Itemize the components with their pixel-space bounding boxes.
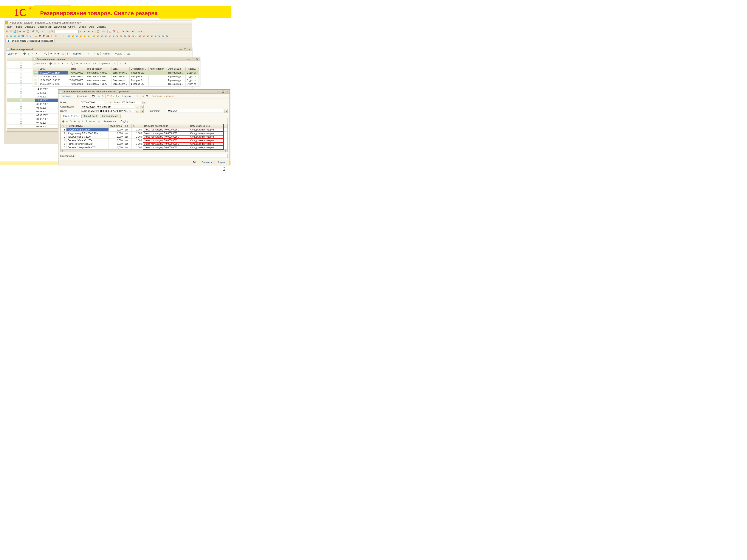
close-icon[interactable]: ✕ bbox=[225, 90, 229, 93]
doc-operation-menu[interactable]: Операция bbox=[59, 94, 74, 98]
order-open-icon[interactable]: 🔍 bbox=[140, 109, 144, 113]
add-copy-icon[interactable]: ⊕ bbox=[27, 52, 30, 55]
column-header[interactable]: Подразд bbox=[185, 67, 199, 71]
column-header[interactable]: Новое размещение bbox=[189, 124, 224, 128]
filter-icon-2[interactable]: ⚗ bbox=[53, 52, 57, 55]
save-button[interactable]: Записать bbox=[200, 161, 213, 164]
column-header[interactable]: Организация bbox=[167, 67, 186, 71]
preview-icon[interactable]: 🔍 bbox=[36, 30, 39, 33]
close-icon[interactable]: ✕ bbox=[196, 58, 199, 61]
row-copy-icon[interactable]: ⊕ bbox=[66, 119, 69, 123]
t2-icon-34[interactable]: ▣ bbox=[142, 34, 145, 38]
column-header[interactable]: Комментарий bbox=[149, 67, 167, 71]
help-icon[interactable]: ? bbox=[92, 52, 96, 55]
org-open-icon[interactable]: 🔍 bbox=[140, 105, 144, 108]
reserve-goto-menu[interactable]: Перейти bbox=[98, 62, 111, 65]
help-icon[interactable]: ? bbox=[136, 95, 139, 98]
tab-goods[interactable]: Товары (6 поз.) bbox=[60, 114, 81, 118]
print-icon[interactable]: 🖶 bbox=[32, 30, 35, 33]
filter-icon-1[interactable]: ⚗ bbox=[50, 52, 53, 55]
info-icon[interactable]: ⓘ bbox=[102, 30, 105, 33]
sort-desc-icon[interactable]: A↑ bbox=[93, 119, 96, 123]
expand-icon[interactable]: ↔ bbox=[66, 62, 70, 65]
clipboard-icon[interactable]: 📋 bbox=[96, 30, 100, 33]
workplace-button[interactable]: 👤 Рабочее место менеджера по продажам bbox=[5, 39, 54, 43]
menu-service[interactable]: Сервис bbox=[77, 25, 87, 29]
maximize-icon[interactable]: ☐ bbox=[183, 48, 187, 51]
table-row[interactable]: 15.03.2007 12:00:00ТК000000003по складам… bbox=[33, 75, 199, 78]
cut-icon[interactable]: ✂ bbox=[19, 30, 22, 33]
contragent-field[interactable] bbox=[167, 109, 223, 113]
add-copy-icon[interactable]: ⊕ bbox=[53, 62, 56, 65]
memory-mplus[interactable]: M+ bbox=[126, 30, 130, 33]
help-icon[interactable]: ? bbox=[119, 62, 122, 65]
refresh-icon[interactable]: ↻ bbox=[87, 52, 90, 55]
org-select-icon[interactable]: … bbox=[135, 105, 139, 108]
print-icon-2[interactable]: 🖶 bbox=[96, 52, 100, 55]
ok-button[interactable]: OK bbox=[191, 161, 198, 164]
print-icon-2[interactable]: 🖶 bbox=[124, 62, 127, 65]
minimize-icon[interactable]: — bbox=[179, 48, 183, 51]
t2-icon-13[interactable]: ◫ bbox=[54, 34, 57, 38]
menu-windows[interactable]: Окна bbox=[88, 25, 95, 29]
analysis-button[interactable]: Анализ bbox=[102, 52, 112, 56]
redo-icon[interactable]: ↷ bbox=[45, 30, 48, 33]
t2-icon-22[interactable]: ▣ bbox=[92, 34, 96, 38]
ed-button[interactable]: ЭД bbox=[126, 52, 133, 56]
doc-goto-menu[interactable]: Перейти bbox=[121, 94, 134, 98]
tab-tare[interactable]: Тара (0 поз.) bbox=[81, 114, 99, 118]
menu-edit[interactable]: Правка bbox=[14, 25, 24, 29]
reserve-grid[interactable]: Дата ▔НомерВид операцииЗаказОтветственн.… bbox=[33, 67, 199, 86]
row-add-icon[interactable]: ➕ bbox=[61, 119, 65, 123]
t2-icon-39[interactable]: ▣ bbox=[161, 34, 165, 38]
date-field[interactable] bbox=[113, 101, 141, 104]
close-button[interactable]: Закрыть bbox=[216, 161, 228, 164]
column-header[interactable]: Ответственн... bbox=[130, 67, 149, 71]
table-row[interactable]: 4Пылесос "Омега" 1250вт1,000шт1,000Заказ… bbox=[61, 139, 228, 142]
refresh-icon[interactable]: ↻ bbox=[113, 62, 117, 65]
t2-icon-8[interactable]: ◆ bbox=[34, 34, 37, 38]
contragent-open-icon[interactable]: 🔍 bbox=[224, 109, 228, 113]
t2-icon-40[interactable]: ▣ bbox=[165, 34, 169, 38]
tab-additional[interactable]: Дополнительно bbox=[100, 114, 121, 118]
fill-post-button[interactable]: Заполнить и провести bbox=[151, 94, 176, 98]
tool-icon[interactable]: ⚙ bbox=[137, 30, 140, 33]
t2-icon-7[interactable]: ▾ bbox=[29, 34, 32, 38]
calc-icon[interactable]: 📊 bbox=[108, 30, 112, 33]
struct-icon-1[interactable]: ≡ bbox=[141, 95, 145, 98]
t2-icon-32[interactable]: ▣ bbox=[131, 34, 135, 38]
order-field[interactable] bbox=[80, 109, 134, 113]
orders-goto-menu[interactable]: Перейти bbox=[72, 52, 85, 56]
scroll-right-icon[interactable]: ► bbox=[225, 150, 227, 152]
filter-icon-1[interactable]: ⚗ bbox=[76, 62, 79, 65]
maximize-icon[interactable]: ☐ bbox=[221, 90, 225, 93]
doc-tool-icon-2[interactable]: ◫ bbox=[110, 95, 114, 98]
date-picker-icon[interactable]: ▤ bbox=[143, 101, 146, 104]
filter-icon-2[interactable]: ⚗ bbox=[80, 62, 83, 65]
find-icon[interactable]: 🔍 bbox=[44, 52, 47, 55]
t2-icon-36[interactable]: ▣ bbox=[150, 34, 153, 38]
t2-icon-23[interactable]: ▣ bbox=[96, 34, 99, 38]
column-header[interactable]: Дата ▔ bbox=[38, 67, 68, 71]
t2-icon-18[interactable]: ▣ bbox=[75, 34, 78, 38]
t2-icon-28[interactable]: ▣ bbox=[115, 34, 119, 38]
menu-file[interactable]: Файл bbox=[5, 25, 13, 29]
find-icon[interactable]: 🔍 bbox=[70, 62, 74, 65]
barcode-icon[interactable]: ▥ bbox=[97, 119, 100, 123]
table-row[interactable]: 04.02.2007 19:25:44ТК000000001по складам… bbox=[33, 71, 199, 75]
date-icon[interactable]: ◫ bbox=[117, 30, 120, 33]
row-edit-icon[interactable]: ✎ bbox=[69, 119, 73, 123]
undo-icon[interactable]: ↶ bbox=[41, 30, 45, 33]
row-delete-icon[interactable]: ✖ bbox=[73, 119, 77, 123]
select-button[interactable]: Подбор bbox=[119, 119, 130, 123]
org-field[interactable] bbox=[80, 105, 134, 108]
scroll-left-icon[interactable]: ◄ bbox=[61, 150, 63, 152]
add-icon[interactable]: ➕ bbox=[23, 52, 26, 55]
t2-icon-16[interactable]: ▣ bbox=[67, 34, 70, 38]
maximize-icon[interactable]: ☐ bbox=[191, 58, 195, 61]
comment-field[interactable] bbox=[80, 154, 228, 158]
add-icon[interactable]: ➕ bbox=[49, 62, 52, 65]
row-end-icon[interactable]: ▤ bbox=[77, 119, 80, 123]
t2-icon-25[interactable]: ▣ bbox=[104, 34, 107, 38]
goods-grid[interactable]: №НоменклатураКоличествоЕд.К.Исходное раз… bbox=[60, 124, 228, 149]
